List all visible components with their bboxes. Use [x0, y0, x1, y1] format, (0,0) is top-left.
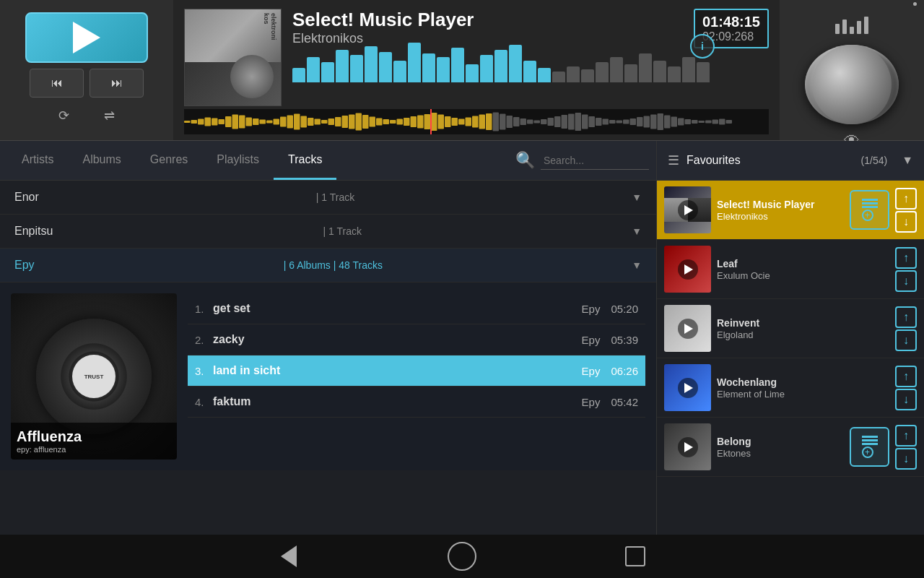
track-name-4: faktum — [213, 395, 576, 408]
track-artist-1: Epy — [582, 303, 601, 315]
repeat-button[interactable]: ⟳ — [44, 103, 84, 129]
prev-button[interactable]: ⏮ — [30, 69, 84, 98]
add-list-icon: + — [862, 199, 878, 221]
svg-rect-10 — [253, 118, 259, 125]
svg-rect-37 — [438, 115, 445, 129]
fav-track-name-1: Select! Music Player — [717, 198, 844, 211]
fav-actions-3: ↑ ↓ — [895, 306, 917, 351]
album-section: TRUST Affluenza epy: affluenza 1. get se… — [0, 282, 656, 470]
favourites-panel: ☰ Favourites (1/54) ▼ Select! Music Play… — [657, 141, 924, 535]
next-button[interactable]: ⏭ — [90, 69, 144, 98]
track-num-3: 3. — [195, 365, 213, 377]
fav-track-artist-2: Exulum Ocie — [717, 270, 889, 281]
track-item-2[interactable]: 2. zacky Epy 05:39 — [188, 324, 645, 355]
svg-rect-72 — [678, 118, 684, 126]
tab-albums-label: Albums — [82, 153, 121, 166]
fav-up-4[interactable]: ↑ — [895, 366, 917, 387]
fav-thumb-1 — [664, 186, 711, 233]
add-to-list-button-1[interactable]: + — [850, 190, 889, 230]
svg-rect-53 — [548, 118, 554, 126]
knob-inner — [812, 45, 892, 124]
artist-meta-epy: | 6 Albums | 48 Tracks — [284, 259, 383, 271]
svg-rect-13 — [274, 119, 280, 125]
fav-actions-2: ↑ ↓ — [895, 247, 917, 292]
waveform-svg — [184, 109, 769, 134]
fav-actions-1: ↑ ↓ — [895, 188, 917, 233]
fav-track-artist-1: Elektronikos — [717, 211, 844, 222]
apps-button[interactable] — [621, 542, 650, 571]
svg-rect-5 — [219, 119, 225, 124]
artist-row-enor[interactable]: Enor | 1 Track ▼ — [0, 181, 656, 215]
search-input[interactable] — [541, 152, 649, 170]
artist-row-epy[interactable]: Epy | 6 Albums | 48 Tracks ▼ — [0, 249, 656, 282]
svg-rect-23 — [342, 116, 349, 128]
svg-rect-71 — [671, 117, 678, 127]
album-cover: TRUST Affluenza epy: affluenza — [11, 293, 177, 460]
home-button[interactable] — [448, 542, 476, 571]
svg-rect-12 — [266, 121, 273, 124]
volume-knob[interactable] — [805, 45, 899, 124]
fav-dropdown-button[interactable]: ▼ — [902, 154, 913, 167]
tab-playlists[interactable]: Playlists — [202, 141, 274, 180]
tab-tracks[interactable]: Tracks — [274, 141, 336, 180]
fav-item-2[interactable]: Leaf Exulum Ocie ↑ ↓ — [657, 240, 924, 299]
tabs-bar: Artists Albums Genres Playlists Tracks 🔍 — [0, 141, 656, 181]
svg-rect-27 — [370, 117, 376, 127]
fav-track-name-3: Reinvent — [717, 316, 889, 329]
fav-down-1[interactable]: ↓ — [895, 211, 917, 233]
fav-info-3: Reinvent Elgoland — [717, 316, 889, 340]
shuffle-button[interactable]: ⇌ — [90, 103, 129, 129]
track-item-3[interactable]: 3. land in sicht Epy 06:26 — [188, 355, 645, 387]
track-duration-4: 05:42 — [611, 396, 638, 408]
tab-artists[interactable]: Artists — [7, 141, 68, 180]
album-title: Affluenza — [17, 428, 171, 445]
fav-down-5[interactable]: ↓ — [895, 448, 917, 470]
track-item-1[interactable]: 1. get set Epy 05:20 — [188, 293, 645, 324]
add-to-list-button-5[interactable]: + — [850, 427, 889, 467]
repeat-icon: ⟳ — [58, 108, 69, 124]
back-button[interactable] — [274, 542, 303, 571]
waveform[interactable] — [184, 109, 769, 134]
svg-rect-79 — [726, 120, 733, 124]
fav-up-5[interactable]: ↑ — [895, 425, 917, 447]
track-duration-2: 05:39 — [611, 334, 638, 346]
expand-arrow-epy: ▼ — [632, 259, 642, 271]
search-icon-button[interactable]: 🔍 — [515, 151, 535, 170]
fav-down-3[interactable]: ↓ — [895, 329, 917, 351]
track-item-4[interactable]: 4. faktum Epy 05:42 — [188, 387, 645, 418]
svg-rect-43 — [479, 115, 486, 129]
svg-rect-6 — [225, 116, 232, 127]
info-badge[interactable]: i — [690, 34, 715, 59]
tab-genres-label: Genres — [150, 153, 188, 166]
track-name-2: zacky — [213, 333, 576, 346]
fav-item-3[interactable]: Reinvent Elgoland ↑ ↓ — [657, 299, 924, 358]
svg-rect-58 — [582, 115, 588, 129]
fav-up-3[interactable]: ↑ — [895, 306, 917, 328]
tab-genres[interactable]: Genres — [136, 141, 202, 180]
artist-row-enpitsu[interactable]: Enpitsu | 1 Track ▼ — [0, 215, 656, 249]
fav-item-1[interactable]: Select! Music Player Elektronikos + ↑ ↓ — [657, 181, 924, 240]
more-options-button[interactable] — [913, 0, 917, 6]
svg-rect-0 — [184, 121, 191, 123]
add-list-icon-5: + — [862, 436, 878, 458]
fav-down-2[interactable]: ↓ — [895, 270, 917, 292]
play-button[interactable] — [25, 12, 148, 63]
track-duration-3: 06:26 — [611, 365, 638, 377]
fav-item-5[interactable]: Belong Ektones + ↑ ↓ — [657, 418, 924, 477]
svg-rect-16 — [294, 114, 300, 130]
tab-albums[interactable]: Albums — [68, 141, 135, 180]
bottom-nav — [0, 535, 924, 578]
svg-rect-70 — [664, 116, 671, 129]
fav-item-4[interactable]: Wochenlang Element of Lime ↑ ↓ — [657, 358, 924, 418]
artist-name-epy: Epy — [14, 259, 35, 272]
fav-up-1[interactable]: ↑ — [895, 188, 917, 210]
main-content: Artists Albums Genres Playlists Tracks 🔍 — [0, 141, 924, 535]
track-num-4: 4. — [195, 396, 213, 408]
svg-rect-59 — [589, 116, 596, 127]
svg-rect-30 — [390, 120, 396, 124]
fav-down-4[interactable]: ↓ — [895, 389, 917, 410]
svg-rect-68 — [650, 115, 657, 129]
svg-rect-56 — [568, 114, 575, 130]
svg-rect-76 — [705, 121, 712, 124]
fav-up-2[interactable]: ↑ — [895, 247, 917, 269]
